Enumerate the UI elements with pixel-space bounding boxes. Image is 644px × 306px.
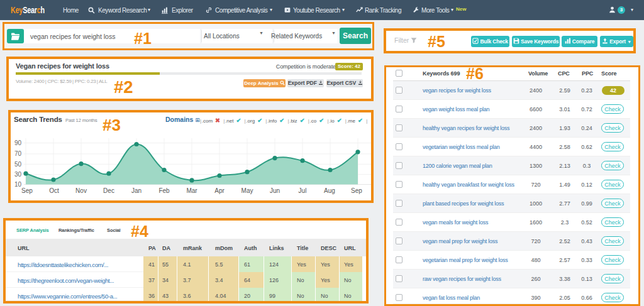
svg-text:90: 90 — [14, 139, 22, 146]
svg-text:Mar: Mar — [186, 187, 197, 194]
svg-text:Jun: Jun — [270, 187, 280, 194]
svg-text:Aug: Aug — [324, 187, 335, 194]
svg-text:May: May — [242, 187, 253, 194]
svg-text:Nov: Nov — [75, 187, 87, 194]
svg-text:Dec: Dec — [103, 187, 114, 194]
svg-text:Apr: Apr — [214, 187, 225, 194]
svg-text:70: 70 — [14, 150, 22, 157]
svg-text:Jul: Jul — [299, 187, 307, 194]
svg-text:10: 10 — [14, 181, 22, 188]
svg-text:Oct: Oct — [49, 187, 59, 194]
svg-text:Sep: Sep — [21, 187, 33, 194]
svg-text:30: 30 — [14, 171, 22, 178]
svg-text:50: 50 — [14, 161, 22, 168]
svg-text:Sep: Sep — [351, 187, 362, 194]
svg-text:Jan: Jan — [131, 187, 142, 194]
svg-text:Feb: Feb — [158, 187, 170, 194]
